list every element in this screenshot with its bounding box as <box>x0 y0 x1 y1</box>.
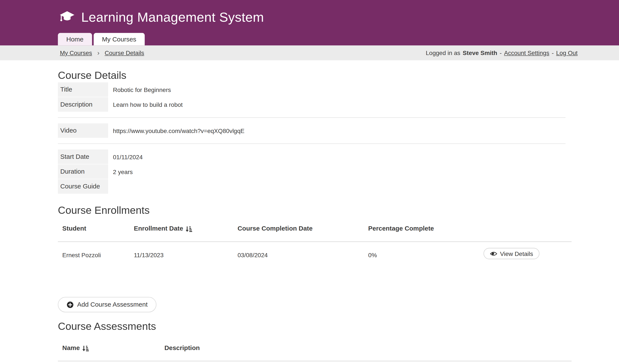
detail-label: Title <box>58 82 108 97</box>
cell-student: Ernest Pozzoli <box>58 242 134 259</box>
detail-value: 2 years <box>113 164 133 179</box>
course-details-heading: Course Details <box>58 69 572 81</box>
col-name-label: Name <box>62 344 80 352</box>
view-details-button[interactable]: View Details <box>484 248 539 259</box>
cell-completion-date: 03/08/2024 <box>238 242 368 259</box>
detail-row-title: Title Robotic for Beginners <box>58 82 572 97</box>
cell-enrollment-date: 11/13/2023 <box>134 242 238 259</box>
eye-icon <box>490 251 497 256</box>
detail-value: Robotic for Beginners <box>113 82 171 97</box>
view-details-label: View Details <box>500 250 533 257</box>
detail-value: https://www.youtube.com/watch?v=eqXQ80vl… <box>113 123 245 138</box>
divider <box>58 143 565 144</box>
main-tabs: Home My Courses <box>58 33 145 45</box>
divider <box>58 117 565 118</box>
add-course-assessment-label: Add Course Assessment <box>77 301 148 308</box>
breadcrumb-bar: My Courses › Course Details Logged in as… <box>0 45 619 60</box>
sort-amount-down-icon[interactable] <box>82 346 89 353</box>
col-description: Description <box>164 336 270 361</box>
log-out-link[interactable]: Log Out <box>556 49 578 56</box>
add-course-assessment-button[interactable]: Add Course Assessment <box>58 297 156 312</box>
table-header-divider <box>58 361 572 361</box>
col-spacer <box>497 336 572 361</box>
col-enrollment-date-label: Enrollment Date <box>134 225 183 232</box>
assessments-table-header: Name Description <box>58 336 572 361</box>
col-enrollment-date[interactable]: Enrollment Date <box>134 216 238 241</box>
detail-label: Duration <box>58 164 108 179</box>
enrollments-table-header: Student Enrollment Date Course Completio… <box>58 216 572 241</box>
detail-value: 01/11/2024 <box>113 150 143 164</box>
col-actions <box>484 216 572 241</box>
detail-label: Video <box>58 123 108 138</box>
col-percentage-complete: Percentage Complete <box>368 216 484 241</box>
col-spacer <box>410 336 497 361</box>
tab-home[interactable]: Home <box>58 33 92 45</box>
logged-in-label: Logged in as <box>426 49 460 56</box>
add-assessment-wrap: Add Course Assessment <box>58 297 572 312</box>
app-header: Learning Management System Home My Cours… <box>0 0 619 45</box>
course-details-list: Title Robotic for Beginners Description … <box>58 82 572 194</box>
col-completion-date: Course Completion Date <box>238 216 368 241</box>
app-title: Learning Management System <box>81 10 264 25</box>
col-name[interactable]: Name <box>58 336 164 361</box>
detail-label: Start Date <box>58 150 108 164</box>
course-enrollments-heading: Course Enrollments <box>58 204 572 216</box>
detail-row-description: Description Learn how to build a robot <box>58 97 572 112</box>
detail-value: Learn how to build a robot <box>113 97 183 112</box>
cell-actions: View Details <box>484 242 572 259</box>
account-settings-link[interactable]: Account Settings <box>504 49 549 56</box>
brand: Learning Management System <box>0 0 619 25</box>
main-content: Course Details Title Robotic for Beginne… <box>0 60 619 364</box>
detail-row-course-guide: Course Guide <box>58 179 572 194</box>
breadcrumb: My Courses › Course Details <box>60 49 144 56</box>
separator-dash: - <box>552 49 554 56</box>
course-assessments-heading: Course Assessments <box>58 320 572 332</box>
detail-row-start-date: Start Date 01/11/2024 <box>58 150 572 164</box>
breadcrumb-link-course-details[interactable]: Course Details <box>105 49 144 56</box>
detail-label: Description <box>58 97 108 112</box>
enrollment-row: Ernest Pozzoli 11/13/2023 03/08/2024 0% … <box>58 242 572 259</box>
tab-my-courses[interactable]: My Courses <box>94 33 145 45</box>
session-info: Logged in as Steve Smith - Account Setti… <box>426 49 577 56</box>
plus-circle-icon <box>67 301 73 308</box>
col-student: Student <box>58 216 134 241</box>
detail-row-video: Video https://www.youtube.com/watch?v=eq… <box>58 123 572 138</box>
col-spacer <box>270 336 410 361</box>
sort-amount-down-icon[interactable] <box>185 226 192 234</box>
detail-label: Course Guide <box>58 179 108 194</box>
separator-dash: - <box>500 49 502 56</box>
chevron-right-icon: › <box>97 49 99 56</box>
breadcrumb-link-my-courses[interactable]: My Courses <box>60 49 92 56</box>
detail-row-duration: Duration 2 years <box>58 164 572 179</box>
page: Learning Management System Home My Cours… <box>0 0 619 364</box>
user-name: Steve Smith <box>463 49 497 56</box>
graduation-cap-icon <box>59 11 75 24</box>
cell-percentage: 0% <box>368 242 484 259</box>
